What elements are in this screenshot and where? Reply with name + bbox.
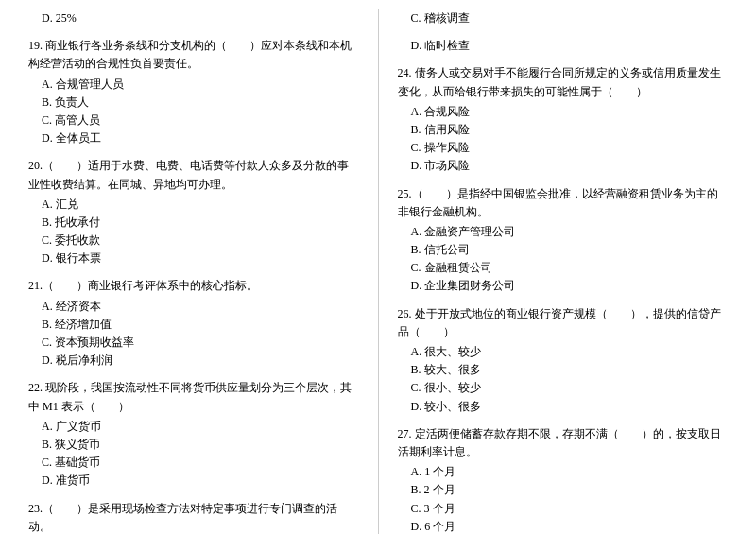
option-q27-d: D. 6 个月 [398, 518, 729, 534]
question-block-q22: 22. 现阶段，我国按流动性不同将货币供应量划分为三个层次，其中 M1 表示（ … [28, 379, 359, 490]
option-q19-b: B. 负责人 [28, 94, 359, 112]
option-q27-b: B. 2 个月 [398, 481, 729, 499]
question-title-q20: 20.（ ）适用于水费、电费、电话费等付款人众多及分散的事业性收费结算。在同城、… [28, 157, 359, 193]
option-q21-d: D. 税后净利润 [28, 352, 359, 370]
question-block-q19: 19. 商业银行各业务条线和分支机构的（ ）应对本条线和本机构经营活动的合规性负… [28, 37, 359, 147]
option-q22-d: D. 准货币 [28, 472, 359, 490]
option-q20-c: C. 委托收款 [28, 232, 359, 250]
option-d-check: D. 临时检查 [398, 37, 729, 55]
left-column: D. 25% 19. 商业银行各业务条线和分支机构的（ ）应对本条线和本机构经营… [28, 9, 359, 534]
question-title-q27: 27. 定活两便储蓄存款存期不限，存期不满（ ）的，按支取日活期利率计息。 [398, 425, 729, 461]
option-q26-d: D. 较小、很多 [398, 398, 729, 416]
option-q27-a: A. 1 个月 [398, 463, 729, 481]
question-block-c-check: C. 稽核调查 [398, 9, 729, 27]
question-block-q25: 25.（ ）是指经中国银监会批准，以经营融资租赁业务为主的非银行金融机构。 A.… [398, 185, 729, 296]
option-q24-b: B. 信用风险 [398, 121, 729, 139]
option-q24-d: D. 市场风险 [398, 157, 729, 175]
right-column: C. 稽核调查 D. 临时检查 24. 债务人或交易对手不能履行合同所规定的义务… [398, 9, 729, 534]
option-q19-a: A. 合规管理人员 [28, 76, 359, 94]
question-title-q22: 22. 现阶段，我国按流动性不同将货币供应量划分为三个层次，其中 M1 表示（ … [28, 379, 359, 415]
option-q21-c: C. 资本预期收益率 [28, 334, 359, 352]
question-title-q25: 25.（ ）是指经中国银监会批准，以经营融资租赁业务为主的非银行金融机构。 [398, 185, 729, 221]
page-content: D. 25% 19. 商业银行各业务条线和分支机构的（ ）应对本条线和本机构经营… [28, 9, 728, 534]
option-q25-c: C. 金融租赁公司 [398, 259, 729, 277]
question-block-d-check: D. 临时检查 [398, 37, 729, 55]
question-title-q24: 24. 债务人或交易对手不能履行合同所规定的义务或信用质量发生变化，从而给银行带… [398, 64, 729, 100]
question-title-q19: 19. 商业银行各业务条线和分支机构的（ ）应对本条线和本机构经营活动的合规性负… [28, 37, 359, 73]
question-title-q26: 26. 处于开放式地位的商业银行资产规模（ ），提供的信贷产品（ ） [398, 305, 729, 341]
option-q24-a: A. 合规风险 [398, 103, 729, 121]
option-q22-b: B. 狭义货币 [28, 436, 359, 454]
option-q20-d: D. 银行本票 [28, 250, 359, 267]
option-q20-a: A. 汇兑 [28, 196, 359, 214]
option-q20-b: B. 托收承付 [28, 214, 359, 232]
question-title-q21: 21.（ ）商业银行考评体系中的核心指标。 [28, 277, 359, 295]
column-divider [378, 9, 379, 534]
option-c-check: C. 稽核调查 [398, 9, 729, 27]
option-q22-c: C. 基础货币 [28, 454, 359, 472]
option-q24-c: C. 操作风险 [398, 139, 729, 157]
option-q25-a: A. 金融资产管理公司 [398, 223, 729, 241]
option-q25-b: B. 信托公司 [398, 241, 729, 259]
question-title-q23: 23.（ ）是采用现场检查方法对特定事项进行专门调查的活动。 [28, 500, 359, 535]
question-block-d25: D. 25% [28, 9, 359, 27]
question-block-q26: 26. 处于开放式地位的商业银行资产规模（ ），提供的信贷产品（ ） A. 很大… [398, 305, 729, 416]
option-q21-a: A. 经济资本 [28, 298, 359, 316]
option-q26-b: B. 较大、很多 [398, 361, 729, 379]
option-q26-c: C. 很小、较少 [398, 379, 729, 397]
option-q22-a: A. 广义货币 [28, 418, 359, 436]
question-block-q21: 21.（ ）商业银行考评体系中的核心指标。 A. 经济资本 B. 经济增加值 C… [28, 277, 359, 370]
option-q27-c: C. 3 个月 [398, 500, 729, 518]
question-block-q23: 23.（ ）是采用现场检查方法对特定事项进行专门调查的活动。 A. 全面检查 B… [28, 500, 359, 535]
option-q19-d: D. 全体员工 [28, 129, 359, 147]
option-q25-d: D. 企业集团财务公司 [398, 277, 729, 295]
question-block-q20: 20.（ ）适用于水费、电费、电话费等付款人众多及分散的事业性收费结算。在同城、… [28, 157, 359, 267]
question-block-q27: 27. 定活两便储蓄存款存期不限，存期不满（ ）的，按支取日活期利率计息。 A.… [398, 425, 729, 534]
option-q19-c: C. 高管人员 [28, 112, 359, 129]
option-d25: D. 25% [28, 9, 359, 27]
question-block-q24: 24. 债务人或交易对手不能履行合同所规定的义务或信用质量发生变化，从而给银行带… [398, 64, 729, 175]
option-q21-b: B. 经济增加值 [28, 316, 359, 334]
option-q26-a: A. 很大、较少 [398, 343, 729, 361]
